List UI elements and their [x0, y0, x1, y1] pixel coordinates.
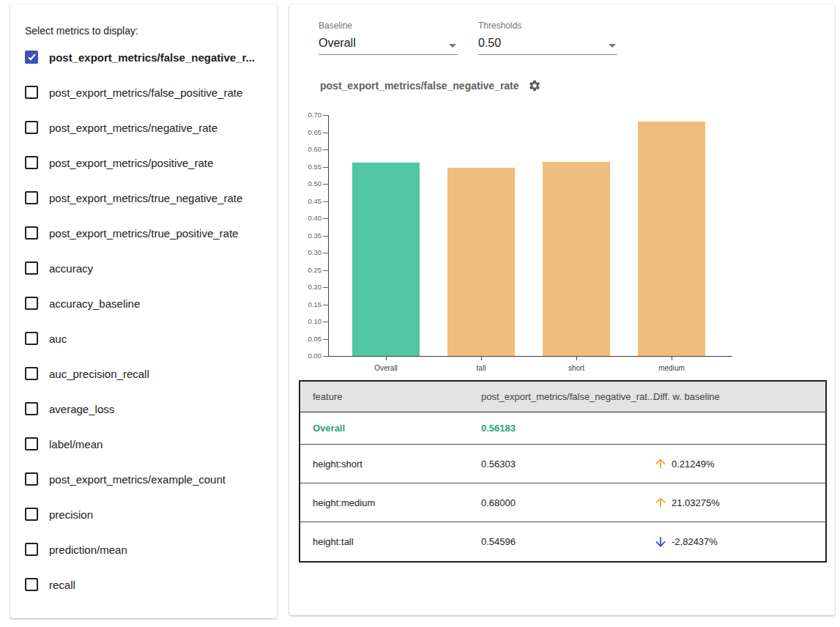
- arrow-up-icon: [653, 495, 668, 510]
- unchecked-checkbox-icon[interactable]: [25, 191, 38, 204]
- table-row[interactable]: height:tall0.54596-2.82437%: [300, 522, 825, 561]
- unchecked-checkbox-icon[interactable]: [25, 578, 38, 591]
- unchecked-checkbox-icon[interactable]: [25, 86, 38, 99]
- table-row[interactable]: height:medium0.6800021.03275%: [300, 483, 825, 522]
- metric-value-cell: 0.54596: [469, 536, 641, 547]
- thresholds-select-value: 0.50: [478, 31, 617, 53]
- y-tick-label: 0.10: [289, 317, 321, 325]
- metric-item[interactable]: precision: [25, 497, 262, 532]
- table-row[interactable]: height:short0.563030.21249%: [300, 445, 825, 483]
- thresholds-select[interactable]: Thresholds 0.50: [478, 21, 617, 55]
- y-tick-mark: [323, 270, 328, 271]
- metric-item[interactable]: post_export_metrics/positive_rate: [25, 145, 262, 180]
- arrow-down-icon: [653, 535, 668, 549]
- y-tick-mark: [323, 356, 328, 357]
- metric-label: post_export_metrics/negative_rate: [49, 122, 218, 134]
- unchecked-checkbox-icon[interactable]: [25, 156, 38, 169]
- metric-item[interactable]: label/mean: [25, 426, 262, 461]
- baseline-select-label: Baseline: [319, 21, 458, 31]
- unchecked-checkbox-icon[interactable]: [25, 297, 38, 310]
- y-tick-label: 0.45: [289, 197, 321, 205]
- metric-item[interactable]: accuracy: [25, 251, 262, 286]
- metric-item[interactable]: post_export_metrics/example_count: [25, 461, 262, 497]
- column-header-feature: feature: [300, 391, 469, 402]
- bar-Overall[interactable]: [352, 163, 420, 356]
- unchecked-checkbox-icon[interactable]: [25, 367, 38, 380]
- y-tick-mark: [323, 201, 328, 202]
- metric-label: accuracy_baseline: [49, 297, 140, 310]
- thresholds-select-label: Thresholds: [478, 21, 617, 31]
- metric-item[interactable]: recall: [25, 567, 262, 602]
- metric-value-cell: 0.56303: [469, 459, 641, 470]
- y-tick-mark: [323, 322, 328, 322]
- y-tick-label: 0.20: [289, 283, 321, 291]
- metric-label: post_export_metrics/positive_rate: [49, 157, 213, 169]
- diff-value: 21.03275%: [672, 497, 720, 508]
- unchecked-checkbox-icon[interactable]: [25, 543, 38, 556]
- y-tick-mark: [323, 115, 328, 116]
- y-tick-label: 0.30: [289, 248, 321, 256]
- y-tick-label: 0.60: [289, 145, 321, 153]
- y-tick-label: 0.50: [289, 179, 321, 188]
- metric-value-cell: 0.68000: [469, 497, 641, 508]
- bar-tall[interactable]: [447, 168, 515, 356]
- y-tick-label: 0.15: [289, 300, 321, 308]
- x-tick-mark: [481, 357, 482, 360]
- feature-cell: height:tall: [300, 536, 469, 547]
- column-header-metric: post_export_metrics/false_negative_rat..…: [469, 391, 641, 402]
- unchecked-checkbox-icon[interactable]: [25, 472, 38, 486]
- y-tick-mark: [323, 149, 328, 150]
- metric-item[interactable]: post_export_metrics/negative_rate: [25, 110, 262, 145]
- metric-item[interactable]: average_loss: [25, 391, 262, 426]
- y-tick-mark: [323, 133, 328, 133]
- metric-selector-panel: Select metrics to display: post_export_m…: [10, 4, 277, 618]
- table-row[interactable]: Overall0.56183: [300, 412, 825, 445]
- diff-cell: 0.21249%: [641, 456, 825, 471]
- baseline-select[interactable]: Baseline Overall: [319, 21, 458, 55]
- results-panel: Baseline Overall Thresholds 0.50 post_ex…: [289, 4, 835, 615]
- column-header-diff: Diff. w. baseline: [641, 391, 825, 402]
- bar-medium[interactable]: [638, 122, 705, 356]
- x-tick-label: short: [543, 364, 610, 372]
- baseline-select-underline: [319, 54, 458, 55]
- unchecked-checkbox-icon[interactable]: [25, 402, 38, 415]
- y-tick-mark: [323, 339, 328, 340]
- metric-label: post_export_metrics/false_negative_r...: [49, 51, 255, 64]
- diff-value: 0.21249%: [672, 459, 715, 470]
- metric-item[interactable]: auc: [25, 321, 262, 356]
- metric-item[interactable]: post_export_metrics/true_negative_rate: [25, 180, 262, 215]
- checked-checkbox-icon[interactable]: [25, 51, 38, 64]
- table-header: feature post_export_metrics/false_negati…: [300, 382, 825, 412]
- metric-item[interactable]: post_export_metrics/false_positive_rate: [25, 75, 262, 110]
- chevron-down-icon: [609, 44, 616, 48]
- unchecked-checkbox-icon[interactable]: [25, 508, 38, 521]
- metric-item[interactable]: accuracy_baseline: [25, 286, 262, 321]
- metric-label: recall: [49, 579, 75, 591]
- diff-value: -2.82437%: [672, 536, 718, 547]
- metrics-table: feature post_export_metrics/false_negati…: [299, 380, 827, 563]
- unchecked-checkbox-icon[interactable]: [25, 332, 38, 345]
- y-tick-label: 0.55: [289, 163, 321, 171]
- y-tick-mark: [323, 305, 328, 305]
- unchecked-checkbox-icon[interactable]: [25, 226, 38, 240]
- chart-title-row: post_export_metrics/false_negative_rate: [320, 79, 541, 92]
- arrow-up-icon: [653, 456, 668, 471]
- metric-item[interactable]: post_export_metrics/false_negative_r...: [25, 40, 262, 75]
- metric-label: precision: [49, 508, 93, 521]
- y-tick-mark: [323, 218, 328, 219]
- metric-item[interactable]: post_export_metrics/true_positive_rate: [25, 215, 262, 251]
- unchecked-checkbox-icon[interactable]: [25, 261, 38, 275]
- feature-cell: height:short: [300, 459, 469, 470]
- metric-item[interactable]: auc_precision_recall: [25, 356, 262, 391]
- metric-item[interactable]: prediction/mean: [25, 532, 262, 567]
- gear-icon[interactable]: [528, 79, 541, 92]
- metric-label: average_loss: [49, 403, 114, 415]
- x-tick-label: medium: [638, 364, 705, 372]
- unchecked-checkbox-icon[interactable]: [25, 437, 38, 450]
- metric-label: post_export_metrics/false_positive_rate: [49, 86, 242, 99]
- x-tick-label: Overall: [352, 364, 420, 372]
- bar-short[interactable]: [543, 162, 610, 356]
- y-tick-label: 0.35: [289, 231, 321, 240]
- unchecked-checkbox-icon[interactable]: [25, 121, 38, 134]
- x-tick-mark: [672, 357, 672, 360]
